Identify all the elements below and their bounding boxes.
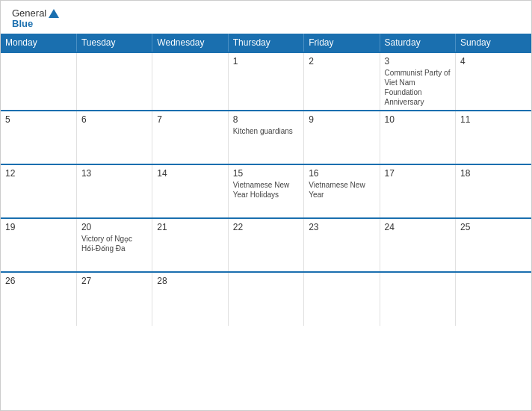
calendar-week-row: 1920Victory of Ngọc Hồi-Đống Đa212223242… — [1, 218, 531, 272]
calendar-cell: 25 — [456, 218, 531, 272]
logo-triangle-icon — [49, 9, 59, 18]
calendar-cell: 24 — [380, 218, 455, 272]
weekday-header: Sunday — [456, 34, 531, 52]
logo-general-text: General — [12, 8, 59, 19]
calendar-cell: 17 — [380, 164, 455, 218]
day-number: 16 — [309, 168, 374, 179]
calendar-cell: 26 — [1, 272, 76, 326]
weekday-header: Monday — [1, 34, 76, 52]
calendar-header-row: MondayTuesdayWednesdayThursdayFridaySatu… — [1, 34, 531, 52]
logo: General Blue — [12, 8, 59, 30]
calendar-cell: 2 — [304, 52, 380, 111]
calendar-cell — [152, 52, 228, 111]
calendar-cell: 10 — [380, 111, 455, 164]
calendar-cell: 4 — [456, 52, 531, 111]
weekday-header: Saturday — [380, 34, 455, 52]
day-number: 8 — [233, 114, 299, 125]
day-number: 11 — [460, 114, 527, 125]
calendar-cell: 14 — [152, 164, 228, 218]
calendar-cell: 11 — [456, 111, 531, 164]
calendar-cell: 23 — [304, 218, 380, 272]
day-number: 10 — [385, 114, 451, 125]
calendar-cell: 12 — [1, 164, 76, 218]
day-number: 26 — [5, 276, 72, 286]
weekday-header: Thursday — [228, 34, 303, 52]
calendar-cell: 27 — [76, 272, 152, 326]
weekday-header: Tuesday — [76, 34, 152, 52]
calendar-week-row: 262728 — [1, 272, 531, 326]
event-text: Vietnamese New Year — [309, 181, 365, 199]
calendar-cell — [380, 272, 455, 326]
day-number: 23 — [309, 222, 374, 232]
weekday-header: Wednesday — [152, 34, 228, 52]
calendar-cell — [1, 52, 76, 111]
logo-blue-text: Blue — [12, 19, 59, 29]
day-number: 4 — [460, 56, 527, 67]
calendar-week-row: 12131415Vietnamese New Year Holidays16Vi… — [1, 164, 531, 218]
calendar-table: MondayTuesdayWednesdayThursdayFridaySatu… — [1, 34, 531, 326]
header: General Blue — [1, 1, 531, 34]
day-number: 13 — [81, 168, 147, 179]
event-text: Victory of Ngọc Hồi-Đống Đa — [81, 235, 132, 253]
calendar-week-row: 123Communist Party of Viet Nam Foundatio… — [1, 52, 531, 111]
calendar-cell — [76, 52, 152, 111]
day-number: 19 — [5, 222, 72, 232]
calendar-cell: 15Vietnamese New Year Holidays — [228, 164, 303, 218]
calendar-week-row: 5678Kitchen guardians91011 — [1, 111, 531, 164]
day-number: 6 — [81, 114, 147, 125]
calendar-cell: 9 — [304, 111, 380, 164]
day-number: 7 — [157, 114, 223, 125]
day-number: 12 — [5, 168, 72, 179]
day-number: 9 — [309, 114, 374, 125]
weekday-header: Friday — [304, 34, 380, 52]
day-number: 18 — [460, 168, 527, 179]
calendar-cell: 1 — [228, 52, 303, 111]
day-number: 5 — [5, 114, 72, 125]
day-number: 22 — [233, 222, 299, 232]
day-number: 17 — [385, 168, 451, 179]
calendar-cell: 8Kitchen guardians — [228, 111, 303, 164]
day-number: 24 — [385, 222, 451, 232]
calendar-cell: 5 — [1, 111, 76, 164]
day-number: 20 — [81, 222, 147, 232]
day-number: 27 — [81, 276, 147, 286]
calendar-cell: 13 — [76, 164, 152, 218]
calendar-cell: 3Communist Party of Viet Nam Foundation … — [380, 52, 455, 111]
calendar-cell: 21 — [152, 218, 228, 272]
event-text: Vietnamese New Year Holidays — [233, 181, 289, 199]
calendar-cell: 28 — [152, 272, 228, 326]
calendar-cell — [456, 272, 531, 326]
calendar-cell — [304, 272, 380, 326]
calendar-cell: 19 — [1, 218, 76, 272]
day-number: 1 — [233, 56, 299, 67]
calendar-cell: 7 — [152, 111, 228, 164]
day-number: 3 — [385, 56, 451, 67]
day-number: 2 — [309, 56, 374, 67]
calendar-cell: 22 — [228, 218, 303, 272]
calendar-cell: 20Victory of Ngọc Hồi-Đống Đa — [76, 218, 152, 272]
calendar-cell: 16Vietnamese New Year — [304, 164, 380, 218]
calendar-cell: 6 — [76, 111, 152, 164]
day-number: 21 — [157, 222, 223, 232]
day-number: 14 — [157, 168, 223, 179]
calendar-cell: 18 — [456, 164, 531, 218]
day-number: 15 — [233, 168, 299, 179]
event-text: Kitchen guardians — [233, 127, 293, 135]
day-number: 28 — [157, 276, 223, 286]
event-text: Communist Party of Viet Nam Foundation A… — [385, 69, 451, 106]
calendar-cell — [228, 272, 303, 326]
day-number: 25 — [460, 222, 527, 232]
calendar-container: General Blue MondayTuesdayWednesdayThurs… — [0, 0, 532, 411]
